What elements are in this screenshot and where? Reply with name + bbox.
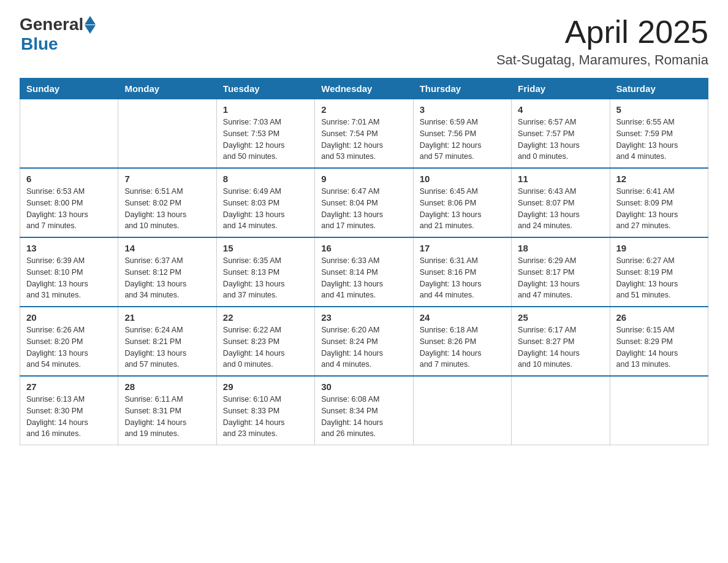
calendar-week-row: 13Sunrise: 6:39 AM Sunset: 8:10 PM Dayli… <box>20 237 708 307</box>
calendar-cell: 5Sunrise: 6:55 AM Sunset: 7:59 PM Daylig… <box>610 99 708 169</box>
day-info: Sunrise: 6:13 AM Sunset: 8:30 PM Dayligh… <box>26 394 112 440</box>
day-number: 17 <box>420 243 505 253</box>
calendar-cell <box>413 376 511 445</box>
day-info: Sunrise: 6:29 AM Sunset: 8:17 PM Dayligh… <box>518 255 603 301</box>
logo: General Blue <box>20 15 96 54</box>
calendar-cell <box>512 376 610 445</box>
day-number: 18 <box>518 243 603 253</box>
day-info: Sunrise: 6:41 AM Sunset: 8:09 PM Dayligh… <box>616 186 702 232</box>
calendar-cell: 26Sunrise: 6:15 AM Sunset: 8:29 PM Dayli… <box>610 307 708 376</box>
day-info: Sunrise: 6:55 AM Sunset: 7:59 PM Dayligh… <box>616 117 702 163</box>
calendar-cell <box>20 99 118 169</box>
day-info: Sunrise: 6:33 AM Sunset: 8:14 PM Dayligh… <box>321 255 406 301</box>
weekday-header: Wednesday <box>315 79 413 99</box>
weekday-header: Friday <box>512 79 610 99</box>
day-info: Sunrise: 6:11 AM Sunset: 8:31 PM Dayligh… <box>124 394 210 440</box>
calendar-cell: 29Sunrise: 6:10 AM Sunset: 8:33 PM Dayli… <box>216 376 314 445</box>
calendar-cell: 4Sunrise: 6:57 AM Sunset: 7:57 PM Daylig… <box>512 99 610 169</box>
calendar-cell: 17Sunrise: 6:31 AM Sunset: 8:16 PM Dayli… <box>413 237 511 307</box>
weekday-header: Sunday <box>20 79 118 99</box>
day-info: Sunrise: 6:43 AM Sunset: 8:07 PM Dayligh… <box>518 186 603 232</box>
logo-blue: Blue <box>21 34 58 54</box>
calendar-cell: 10Sunrise: 6:45 AM Sunset: 8:06 PM Dayli… <box>413 168 511 237</box>
calendar-cell: 3Sunrise: 6:59 AM Sunset: 7:56 PM Daylig… <box>413 99 511 169</box>
calendar-cell: 20Sunrise: 6:26 AM Sunset: 8:20 PM Dayli… <box>20 307 118 376</box>
day-info: Sunrise: 6:47 AM Sunset: 8:04 PM Dayligh… <box>321 186 406 232</box>
day-info: Sunrise: 6:08 AM Sunset: 8:34 PM Dayligh… <box>321 394 406 440</box>
calendar-cell: 1Sunrise: 7:03 AM Sunset: 7:53 PM Daylig… <box>216 99 314 169</box>
day-number: 22 <box>223 312 308 323</box>
day-number: 13 <box>26 243 112 253</box>
day-number: 8 <box>223 174 308 184</box>
calendar-cell: 22Sunrise: 6:22 AM Sunset: 8:23 PM Dayli… <box>216 307 314 376</box>
title-block: April 2025 Sat-Sugatag, Maramures, Roman… <box>496 15 708 68</box>
calendar-week-row: 20Sunrise: 6:26 AM Sunset: 8:20 PM Dayli… <box>20 307 708 376</box>
logo-general: General <box>20 15 83 34</box>
day-number: 11 <box>518 174 603 184</box>
day-info: Sunrise: 6:10 AM Sunset: 8:33 PM Dayligh… <box>223 394 308 440</box>
day-info: Sunrise: 6:17 AM Sunset: 8:27 PM Dayligh… <box>518 324 603 370</box>
calendar-cell: 8Sunrise: 6:49 AM Sunset: 8:03 PM Daylig… <box>216 168 314 237</box>
day-info: Sunrise: 6:20 AM Sunset: 8:24 PM Dayligh… <box>321 324 406 370</box>
day-info: Sunrise: 6:39 AM Sunset: 8:10 PM Dayligh… <box>26 255 112 301</box>
day-number: 10 <box>420 174 505 184</box>
day-number: 2 <box>321 104 406 115</box>
day-number: 4 <box>518 104 603 115</box>
day-number: 9 <box>321 174 406 184</box>
day-number: 28 <box>124 381 210 392</box>
day-number: 24 <box>420 312 505 323</box>
day-number: 12 <box>616 174 702 184</box>
calendar-cell: 15Sunrise: 6:35 AM Sunset: 8:13 PM Dayli… <box>216 237 314 307</box>
month-title: April 2025 <box>496 15 708 50</box>
day-number: 20 <box>26 312 112 323</box>
calendar-cell: 27Sunrise: 6:13 AM Sunset: 8:30 PM Dayli… <box>20 376 118 445</box>
page-header: General Blue April 2025 Sat-Sugatag, Mar… <box>20 15 708 68</box>
calendar-cell: 21Sunrise: 6:24 AM Sunset: 8:21 PM Dayli… <box>118 307 216 376</box>
day-number: 26 <box>616 312 702 323</box>
calendar-week-row: 1Sunrise: 7:03 AM Sunset: 7:53 PM Daylig… <box>20 99 708 169</box>
day-number: 21 <box>124 312 210 323</box>
calendar-cell: 24Sunrise: 6:18 AM Sunset: 8:26 PM Dayli… <box>413 307 511 376</box>
day-number: 7 <box>124 174 210 184</box>
day-number: 1 <box>223 104 308 115</box>
day-number: 19 <box>616 243 702 253</box>
day-info: Sunrise: 6:53 AM Sunset: 8:00 PM Dayligh… <box>26 186 112 232</box>
calendar-cell: 9Sunrise: 6:47 AM Sunset: 8:04 PM Daylig… <box>315 168 413 237</box>
calendar-cell <box>118 99 216 169</box>
day-info: Sunrise: 6:57 AM Sunset: 7:57 PM Dayligh… <box>518 117 603 163</box>
weekday-header: Thursday <box>413 79 511 99</box>
day-number: 30 <box>321 381 406 392</box>
calendar-cell: 19Sunrise: 6:27 AM Sunset: 8:19 PM Dayli… <box>610 237 708 307</box>
day-info: Sunrise: 6:49 AM Sunset: 8:03 PM Dayligh… <box>223 186 308 232</box>
calendar-cell: 30Sunrise: 6:08 AM Sunset: 8:34 PM Dayli… <box>315 376 413 445</box>
day-number: 15 <box>223 243 308 253</box>
calendar-week-row: 6Sunrise: 6:53 AM Sunset: 8:00 PM Daylig… <box>20 168 708 237</box>
location-title: Sat-Sugatag, Maramures, Romania <box>496 52 708 68</box>
day-info: Sunrise: 6:18 AM Sunset: 8:26 PM Dayligh… <box>420 324 505 370</box>
day-number: 27 <box>26 381 112 392</box>
weekday-header: Saturday <box>610 79 708 99</box>
calendar-cell: 28Sunrise: 6:11 AM Sunset: 8:31 PM Dayli… <box>118 376 216 445</box>
day-info: Sunrise: 6:37 AM Sunset: 8:12 PM Dayligh… <box>124 255 210 301</box>
day-info: Sunrise: 7:03 AM Sunset: 7:53 PM Dayligh… <box>223 117 308 163</box>
calendar-cell: 2Sunrise: 7:01 AM Sunset: 7:54 PM Daylig… <box>315 99 413 169</box>
day-number: 29 <box>223 381 308 392</box>
calendar-cell: 13Sunrise: 6:39 AM Sunset: 8:10 PM Dayli… <box>20 237 118 307</box>
day-number: 5 <box>616 104 702 115</box>
day-info: Sunrise: 6:45 AM Sunset: 8:06 PM Dayligh… <box>420 186 505 232</box>
day-info: Sunrise: 6:24 AM Sunset: 8:21 PM Dayligh… <box>124 324 210 370</box>
day-number: 16 <box>321 243 406 253</box>
day-info: Sunrise: 6:31 AM Sunset: 8:16 PM Dayligh… <box>420 255 505 301</box>
day-info: Sunrise: 7:01 AM Sunset: 7:54 PM Dayligh… <box>321 117 406 163</box>
day-number: 25 <box>518 312 603 323</box>
calendar-week-row: 27Sunrise: 6:13 AM Sunset: 8:30 PM Dayli… <box>20 376 708 445</box>
day-number: 3 <box>420 104 505 115</box>
weekday-header: Tuesday <box>216 79 314 99</box>
day-info: Sunrise: 6:51 AM Sunset: 8:02 PM Dayligh… <box>124 186 210 232</box>
calendar-cell: 18Sunrise: 6:29 AM Sunset: 8:17 PM Dayli… <box>512 237 610 307</box>
day-info: Sunrise: 6:27 AM Sunset: 8:19 PM Dayligh… <box>616 255 702 301</box>
day-number: 23 <box>321 312 406 323</box>
calendar-cell: 25Sunrise: 6:17 AM Sunset: 8:27 PM Dayli… <box>512 307 610 376</box>
calendar-cell: 6Sunrise: 6:53 AM Sunset: 8:00 PM Daylig… <box>20 168 118 237</box>
day-info: Sunrise: 6:59 AM Sunset: 7:56 PM Dayligh… <box>420 117 505 163</box>
